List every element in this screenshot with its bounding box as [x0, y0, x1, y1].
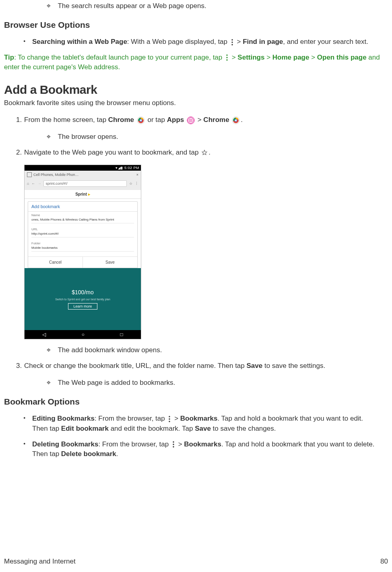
- shot-dialog-title: Add bookmark: [28, 202, 137, 212]
- svg-point-9: [140, 119, 142, 121]
- screenshot-add-bookmark: ▾◢▮ 5:02 PM Cell Phones, Mobile Phon… × …: [24, 165, 141, 339]
- shot-urlrow: ⌂ ← → sprint.com/#!/ ☆ ⋮: [25, 179, 141, 190]
- apps-icon: [187, 116, 195, 124]
- heading-add-a-bookmark: Add a Bookmark: [4, 83, 388, 97]
- lead-add-bookmark: Bookmark favorite sites using the browse…: [4, 99, 388, 107]
- svg-point-25: [169, 416, 170, 417]
- more-icon: [225, 54, 229, 61]
- result-page-added: The Web page is added to bookmarks.: [46, 378, 388, 387]
- shot-navbar: ◁ ○ □: [25, 330, 141, 339]
- heading-browser-use-options: Browser Use Options: [4, 20, 388, 30]
- svg-point-16: [190, 120, 191, 121]
- bullet-searching-within-page: Searching within a Web Page: With a Web …: [32, 37, 388, 47]
- svg-point-13: [190, 119, 191, 120]
- svg-point-29: [173, 444, 174, 445]
- shot-field-url: http://sprint.com/#!/: [31, 231, 134, 237]
- svg-point-20: [192, 121, 192, 122]
- forward-icon: →: [37, 182, 41, 186]
- back-icon: ←: [31, 182, 35, 186]
- result-browser-opens: The browser opens.: [46, 132, 388, 141]
- shot-tabrow: Cell Phones, Mobile Phon… ×: [25, 171, 141, 179]
- svg-point-28: [173, 441, 174, 442]
- home-icon: ⌂: [27, 182, 29, 186]
- shot-cancel-button: Cancel: [28, 257, 83, 268]
- footer-section: Messaging and Internet: [4, 558, 76, 566]
- result-note: The search results appear or a Web page …: [46, 2, 388, 10]
- svg-point-0: [231, 39, 233, 40]
- chrome-icon: [137, 116, 145, 124]
- svg-point-27: [169, 421, 170, 422]
- tip-default-launch-page: Tip: To change the tablet's default laun…: [4, 53, 388, 72]
- nav-home-icon: ○: [82, 332, 85, 337]
- shot-save-button: Save: [83, 257, 137, 268]
- shot-page-bg: $100/mo Switch to Sprint and get our bes…: [25, 268, 141, 330]
- footer-page-number: 80: [380, 558, 388, 566]
- result-add-bookmark-window: The add bookmark window opens.: [46, 346, 388, 355]
- page-footer: Messaging and Internet 80: [4, 558, 388, 566]
- svg-point-2: [231, 44, 233, 45]
- chrome-icon: [232, 116, 240, 124]
- shot-dialog: Add bookmark Name ones, Mobile Phones & …: [28, 201, 138, 268]
- label-searching: Searching within a Web Page: [32, 38, 127, 45]
- svg-point-24: [235, 119, 237, 121]
- svg-point-3: [226, 55, 227, 56]
- more-icon: [230, 39, 234, 46]
- star-icon: ☆: [129, 182, 132, 186]
- svg-point-12: [189, 119, 190, 120]
- shot-field-folder: Mobile bookmarks: [31, 245, 134, 252]
- shot-urlbox: sprint.com/#!/: [43, 180, 127, 187]
- svg-point-19: [190, 121, 191, 122]
- label-editing: Editing Bookmarks: [32, 415, 95, 422]
- svg-point-17: [192, 120, 192, 121]
- step-1: 1. From the home screen, tap Chrome or t…: [24, 115, 388, 125]
- shot-brandbar: Sprint ▸: [25, 190, 141, 199]
- more-icon: ⋮: [135, 182, 138, 186]
- nav-recents-icon: □: [120, 332, 123, 337]
- svg-point-4: [226, 57, 227, 58]
- svg-point-1: [231, 41, 233, 43]
- svg-point-5: [226, 60, 227, 61]
- svg-point-26: [169, 418, 170, 419]
- star-icon: [201, 149, 208, 156]
- svg-point-18: [189, 121, 190, 122]
- bullet-editing-bookmarks: Editing Bookmarks: From the browser, tap…: [32, 414, 388, 434]
- shot-field-name: ones, Mobile Phones & Wireless Calling P…: [31, 217, 134, 223]
- bullet-deleting-bookmarks: Deleting Bookmarks: From the browser, ta…: [32, 440, 388, 459]
- step-3: 3. Check or change the bookmark title, U…: [24, 361, 388, 371]
- svg-point-15: [189, 120, 190, 121]
- step-2: 2. Navigate to the Web page you want to …: [24, 148, 388, 158]
- tab-count-icon: [27, 172, 32, 177]
- more-icon: [167, 415, 171, 423]
- shot-learn-more: Learn more: [68, 303, 97, 310]
- svg-point-30: [173, 446, 174, 447]
- nav-back-icon: ◁: [42, 332, 46, 337]
- shot-statusbar: ▾◢▮ 5:02 PM: [25, 165, 141, 171]
- more-icon: [171, 441, 175, 448]
- heading-bookmark-options: Bookmark Options: [4, 397, 388, 407]
- label-deleting: Deleting Bookmarks: [32, 440, 98, 448]
- svg-point-14: [192, 119, 192, 120]
